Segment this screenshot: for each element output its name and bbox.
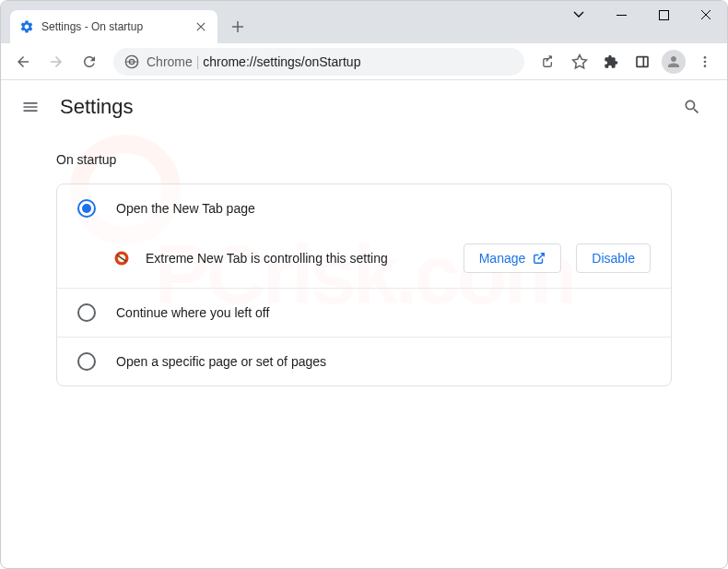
profile-button[interactable]: [659, 47, 688, 77]
side-panel-button[interactable]: [628, 47, 657, 77]
forward-button[interactable]: [41, 47, 71, 77]
close-window-button[interactable]: [685, 1, 727, 29]
bookmark-button[interactable]: [565, 47, 594, 77]
radio-icon: [77, 352, 96, 371]
radio-icon: [77, 303, 96, 322]
search-button[interactable]: [675, 90, 709, 124]
address-bar[interactable]: Chrome | chrome://settings/onStartup: [113, 48, 524, 76]
back-button[interactable]: [8, 47, 38, 77]
disable-button[interactable]: Disable: [576, 243, 651, 273]
startup-options-card: Open the New Tab page Extreme New Tab is…: [56, 184, 672, 386]
settings-content: On startup Open the New Tab page Extreme…: [1, 134, 727, 394]
radio-open-new-tab[interactable]: Open the New Tab page: [57, 184, 671, 232]
radio-label: Open the New Tab page: [116, 201, 255, 216]
manage-label: Manage: [479, 251, 526, 266]
svg-rect-1: [659, 10, 668, 19]
omnibox-prefix: Chrome: [147, 54, 193, 69]
svg-point-8: [704, 65, 707, 67]
avatar-icon: [662, 50, 686, 74]
radio-specific-pages[interactable]: Open a specific page or set of pages: [57, 338, 671, 385]
site-info-icon[interactable]: [124, 54, 139, 69]
radio-label: Continue where you left off: [116, 305, 269, 320]
extension-text: Extreme New Tab is controlling this sett…: [146, 251, 449, 266]
extension-icon: [112, 249, 131, 267]
maximize-button[interactable]: [642, 1, 685, 29]
tab-search-button[interactable]: [558, 1, 600, 29]
radio-icon: [77, 199, 96, 218]
external-link-icon: [533, 252, 546, 265]
extensions-button[interactable]: [596, 47, 626, 77]
radio-label: Open a specific page or set of pages: [116, 354, 326, 369]
settings-gear-icon: [19, 19, 34, 34]
omnibox-url: chrome://settings/onStartup: [203, 54, 360, 69]
svg-point-6: [704, 56, 707, 59]
page-title: Settings: [60, 95, 134, 119]
svg-point-7: [704, 60, 707, 63]
manage-button[interactable]: Manage: [464, 243, 562, 273]
section-title: On startup: [56, 152, 672, 167]
settings-header: Settings: [1, 80, 727, 134]
close-tab-button[interactable]: [194, 19, 208, 34]
browser-tab[interactable]: Settings - On startup: [10, 10, 217, 43]
browser-toolbar: Chrome | chrome://settings/onStartup: [1, 43, 727, 80]
minimize-button[interactable]: [600, 1, 642, 29]
menu-button[interactable]: [690, 47, 720, 77]
disable-label: Disable: [592, 251, 635, 266]
window-titlebar: Settings - On startup: [1, 1, 727, 43]
extension-notice: Extreme New Tab is controlling this sett…: [57, 232, 671, 288]
new-tab-button[interactable]: [225, 14, 251, 40]
menu-toggle-button[interactable]: [19, 96, 41, 118]
share-button[interactable]: [534, 47, 563, 77]
tab-title: Settings - On startup: [41, 20, 186, 33]
radio-continue[interactable]: Continue where you left off: [57, 289, 671, 337]
svg-rect-4: [637, 56, 648, 66]
reload-button[interactable]: [75, 47, 104, 77]
